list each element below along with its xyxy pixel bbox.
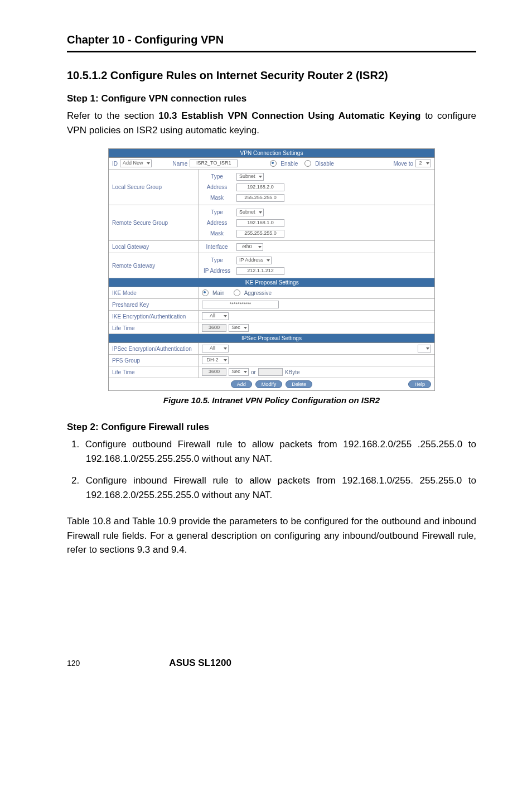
id-label: ID bbox=[112, 161, 118, 167]
step1-pre: Refer to the section bbox=[67, 110, 158, 121]
rgw-ip-input[interactable]: 212.1.1.212 bbox=[236, 267, 284, 275]
list-item: 2. Configure inbound Firewall rule to al… bbox=[71, 474, 476, 502]
step1-bold: 10.3 Establish VPN Connection Using Auto… bbox=[158, 110, 420, 121]
label-ike-lifetime: Life Time bbox=[109, 322, 199, 334]
rsg-mask-input[interactable]: 255.255.255.0 bbox=[236, 230, 284, 238]
row-preshared-key: Preshared Key *********** bbox=[109, 299, 434, 311]
ike-encauth-select[interactable]: All bbox=[202, 312, 229, 320]
id-select[interactable]: Add New bbox=[120, 160, 152, 167]
rsg-mask-label: Mask bbox=[202, 230, 232, 236]
ipsec-lifetime-input2[interactable] bbox=[258, 368, 283, 376]
preshared-input[interactable]: *********** bbox=[202, 301, 279, 308]
footer-brand: ASUS SL1200 bbox=[169, 658, 231, 669]
row-ike-mode: IKE Mode Main Aggressive bbox=[109, 287, 434, 299]
enable-radio[interactable] bbox=[270, 160, 277, 167]
moveto-label: Move to bbox=[393, 161, 413, 167]
row-local-secure-group: Local Secure Group TypeSubnet Address192… bbox=[109, 170, 434, 205]
lsg-mask-input[interactable]: 255.255.255.0 bbox=[236, 194, 284, 202]
step1-paragraph: Refer to the section 10.3 Establish VPN … bbox=[67, 109, 476, 137]
label-remote-gateway: Remote Gateway bbox=[109, 253, 199, 278]
button-row: Add Modify Delete Help bbox=[109, 378, 434, 390]
kbyte-label: KByte bbox=[285, 369, 300, 375]
name-input[interactable]: ISR2_TO_ISR1 bbox=[190, 160, 238, 167]
row-ipsec-encauth: IPSec Encryption/Authentication All bbox=[109, 343, 434, 355]
aggressive-label: Aggressive bbox=[244, 290, 272, 296]
step2-list: 1. Configure outbound Firewall rule to a… bbox=[67, 437, 476, 502]
ike-lifetime-unit[interactable]: Sec bbox=[229, 324, 249, 332]
add-button[interactable]: Add bbox=[231, 380, 252, 388]
disable-label: Disable bbox=[315, 161, 333, 167]
ipsec-lifetime-unit1[interactable]: Sec bbox=[229, 368, 249, 376]
row-ike-lifetime: Life Time 3600 Sec bbox=[109, 322, 434, 334]
section-heading: 10.5.1.2 Configure Rules on Internet Sec… bbox=[67, 69, 476, 82]
band-ipsec-proposal: IPSec Proposal Settings bbox=[109, 334, 434, 343]
label-remote-secure-group: Remote Secure Group bbox=[109, 205, 199, 240]
closing-paragraph: Table 10.8 and Table 10.9 provide the pa… bbox=[67, 514, 476, 557]
or-label: or bbox=[251, 369, 256, 375]
rsg-type-label: Type bbox=[202, 209, 232, 215]
rsg-type-select[interactable]: Subnet bbox=[236, 209, 264, 216]
row-ipsec-lifetime: Life Time 3600 Sec or KByte bbox=[109, 366, 434, 378]
modify-button[interactable]: Modify bbox=[255, 380, 283, 388]
chapter-title: Chapter 10 - Configuring VPN bbox=[67, 33, 476, 46]
band-vpn-connection: VPN Connection Settings bbox=[109, 149, 434, 158]
row-id-name: ID Add New Name ISR2_TO_ISR1 Enable Disa… bbox=[109, 158, 434, 170]
label-ipsec-lifetime: Life Time bbox=[109, 366, 199, 378]
name-label: Name bbox=[173, 161, 188, 167]
pfs-group-select[interactable]: DH-2 bbox=[202, 356, 229, 364]
label-preshared: Preshared Key bbox=[109, 299, 199, 310]
main-radio[interactable] bbox=[202, 289, 209, 296]
delete-button[interactable]: Delete bbox=[286, 380, 312, 388]
label-pfs-group: PFS Group bbox=[109, 355, 199, 366]
band-ike-proposal: IKE Proposal Settings bbox=[109, 278, 434, 287]
divider bbox=[67, 51, 476, 52]
lsg-mask-label: Mask bbox=[202, 195, 232, 201]
ipsec-extra-select[interactable] bbox=[418, 345, 431, 352]
label-ike-mode: IKE Mode bbox=[109, 287, 199, 298]
lgw-interface-select[interactable]: eth0 bbox=[236, 243, 263, 251]
moveto-select[interactable]: 2 bbox=[415, 160, 431, 167]
row-remote-gateway: Remote Gateway TypeIP Address IP Address… bbox=[109, 253, 434, 278]
help-button[interactable]: Help bbox=[408, 380, 431, 388]
lsg-type-select[interactable]: Subnet bbox=[236, 173, 264, 181]
row-local-gateway: Local Gateway Interfaceeth0 bbox=[109, 241, 434, 253]
label-ike-encauth: IKE Encryption/Authentication bbox=[109, 311, 199, 322]
ipsec-encauth-select[interactable]: All bbox=[202, 345, 229, 352]
disable-radio[interactable] bbox=[304, 160, 311, 167]
rsg-addr-input[interactable]: 192.168.1.0 bbox=[236, 219, 284, 227]
lgw-interface-label: Interface bbox=[202, 244, 232, 250]
page-number: 120 bbox=[67, 659, 80, 668]
enable-label: Enable bbox=[280, 161, 298, 167]
step1-heading: Step 1: Configure VPN connection rules bbox=[67, 93, 476, 104]
main-label: Main bbox=[212, 290, 225, 296]
page-footer: 120 ASUS SL1200 bbox=[67, 658, 476, 669]
rsg-addr-label: Address bbox=[202, 220, 232, 226]
step2-heading: Step 2: Configure Firewall rules bbox=[67, 422, 476, 433]
list-item: 1. Configure outbound Firewall rule to a… bbox=[71, 437, 476, 466]
label-ipsec-encauth: IPSec Encryption/Authentication bbox=[109, 343, 199, 354]
figure-caption: Figure 10.5. Intranet VPN Policy Configu… bbox=[67, 395, 476, 405]
rgw-type-label: Type bbox=[202, 257, 232, 263]
row-pfs-group: PFS Group DH-2 bbox=[109, 355, 434, 366]
ike-lifetime-input[interactable]: 3600 bbox=[202, 324, 226, 332]
lsg-type-label: Type bbox=[202, 173, 232, 180]
row-ike-encauth: IKE Encryption/Authentication All bbox=[109, 311, 434, 322]
label-local-gateway: Local Gateway bbox=[109, 241, 199, 253]
vpn-config-panel: VPN Connection Settings ID Add New Name … bbox=[108, 148, 435, 391]
rgw-ip-label: IP Address bbox=[202, 268, 232, 274]
ipsec-lifetime-input[interactable]: 3600 bbox=[202, 368, 226, 376]
aggressive-radio[interactable] bbox=[234, 289, 240, 296]
rgw-type-select[interactable]: IP Address bbox=[236, 257, 272, 264]
label-local-secure-group: Local Secure Group bbox=[109, 170, 199, 205]
lsg-addr-label: Address bbox=[202, 184, 232, 190]
row-remote-secure-group: Remote Secure Group TypeSubnet Address19… bbox=[109, 205, 434, 241]
lsg-addr-input[interactable]: 192.168.2.0 bbox=[236, 183, 284, 191]
